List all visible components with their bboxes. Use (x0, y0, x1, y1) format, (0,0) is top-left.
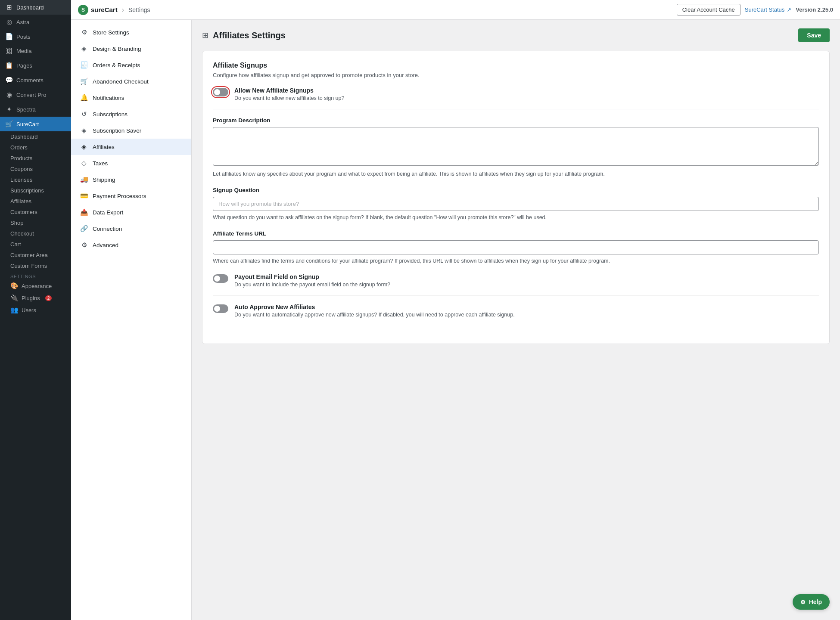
sidebar-item-spectra[interactable]: ✦ Spectra (0, 102, 71, 117)
allow-signups-toggle-row: Allow New Affiliate Signups Do you want … (213, 87, 819, 109)
external-link-icon: ↗ (787, 6, 791, 13)
posts-icon: 📄 (5, 33, 13, 40)
surecart-shop-link[interactable]: Shop (5, 217, 71, 228)
plugins-icon: 🔌 (10, 294, 18, 302)
surecart-dashboard-link[interactable]: Dashboard (5, 131, 71, 142)
media-icon: 🖼 (5, 47, 13, 55)
pages-icon: 📋 (5, 62, 13, 69)
save-button[interactable]: Save (798, 28, 830, 42)
sidebar-item-convert-pro[interactable]: ◉ Convert Pro (0, 87, 71, 102)
payout-email-toggle[interactable] (213, 274, 228, 283)
surecart-status-link[interactable]: SureCart Status ↗ (745, 6, 792, 13)
sidebar-item-media[interactable]: 🖼 Media (0, 44, 71, 58)
subscription-saver-icon: ◈ (80, 127, 88, 134)
signup-question-label: Signup Question (213, 187, 819, 193)
auto-approve-slider (213, 304, 228, 313)
settings-nav-subscriptions[interactable]: ↺ Subscriptions (71, 106, 191, 122)
settings-nav-connection[interactable]: 🔗 Connection (71, 220, 191, 237)
users-icon: 👥 (10, 306, 18, 314)
help-button[interactable]: ⊕ Help (793, 594, 830, 610)
appearance-icon: 🎨 (10, 282, 18, 290)
settings-nav-data-export[interactable]: 📤 Data Export (71, 204, 191, 220)
shipping-icon: 🚚 (80, 176, 88, 183)
settings-main-content: ⊞ Affiliates Settings Save Affiliate Sig… (192, 20, 840, 620)
signup-question-help: What question do you want to ask affilia… (213, 214, 819, 222)
program-description-help: Let affiliates know any specifics about … (213, 170, 819, 178)
settings-layout: ⚙ Store Settings ◈ Design & Branding 🧾 O… (71, 20, 840, 620)
settings-page-header: ⊞ Affiliates Settings Save (202, 28, 830, 42)
sidebar-item-users[interactable]: 👥 Users (5, 304, 71, 316)
allow-signups-info: Allow New Affiliate Signups Do you want … (234, 87, 344, 101)
payout-email-info: Payout Email Field on Signup Do you want… (234, 273, 390, 288)
affiliate-terms-label: Affiliate Terms URL (213, 230, 819, 237)
surecart-subscriptions-link[interactable]: Subscriptions (5, 185, 71, 196)
auto-approve-info: Auto Approve New Affiliates Do you want … (234, 304, 515, 318)
orders-receipts-icon: 🧾 (80, 61, 88, 69)
auto-approve-toggle[interactable] (213, 304, 228, 313)
sidebar-item-plugins[interactable]: 🔌 Plugins 2 (5, 292, 71, 304)
settings-nav-subscription-saver[interactable]: ◈ Subscription Saver (71, 122, 191, 139)
comments-icon: 💬 (5, 76, 13, 84)
page-header-icon: ⊞ (202, 31, 208, 40)
sidebar-item-surecart[interactable]: 🛒 SureCart (0, 117, 71, 131)
payment-processors-icon: 💳 (80, 192, 88, 200)
connection-icon: 🔗 (80, 225, 88, 232)
settings-sidebar: ⚙ Store Settings ◈ Design & Branding 🧾 O… (71, 20, 192, 620)
settings-nav-advanced[interactable]: ⚙ Advanced (71, 237, 191, 253)
surecart-affiliates-link[interactable]: Affiliates (5, 196, 71, 207)
convert-pro-icon: ◉ (5, 91, 13, 99)
program-description-textarea[interactable] (213, 127, 819, 166)
settings-nav-orders[interactable]: 🧾 Orders & Receipts (71, 57, 191, 73)
affiliate-terms-input[interactable] (213, 240, 819, 254)
surecart-orders-link[interactable]: Orders (5, 142, 71, 153)
settings-nav-payment-processors[interactable]: 💳 Payment Processors (71, 188, 191, 204)
settings-nav-store[interactable]: ⚙ Store Settings (71, 24, 191, 40)
payout-email-label: Payout Email Field on Signup (234, 273, 390, 280)
data-export-icon: 📤 (80, 208, 88, 216)
settings-nav-shipping[interactable]: 🚚 Shipping (71, 171, 191, 188)
auto-approve-toggle-row: Auto Approve New Affiliates Do you want … (213, 304, 819, 326)
signup-question-field: Signup Question What question do you wan… (213, 187, 819, 222)
affiliate-terms-field: Affiliate Terms URL Where can affiliates… (213, 230, 819, 265)
auto-approve-desc: Do you want to automatically approve new… (234, 312, 515, 318)
settings-nav-taxes[interactable]: ◇ Taxes (71, 155, 191, 171)
settings-nav-notifications[interactable]: 🔔 Notifications (71, 90, 191, 106)
taxes-icon: ◇ (80, 159, 88, 167)
surecart-custom-forms-link[interactable]: Custom Forms (5, 260, 71, 271)
main-content: S sureCart › Settings Clear Account Cach… (71, 0, 840, 620)
breadcrumb-separator: › (122, 6, 124, 14)
surecart-logo: S sureCart (78, 5, 118, 15)
clear-cache-button[interactable]: Clear Account Cache (677, 4, 740, 16)
settings-nav-design[interactable]: ◈ Design & Branding (71, 40, 191, 57)
version-label: Version 2.25.0 (796, 6, 833, 13)
surecart-customers-link[interactable]: Customers (5, 207, 71, 217)
surecart-coupons-link[interactable]: Coupons (5, 164, 71, 174)
affiliates-icon: ◈ (80, 143, 88, 151)
sidebar-item-posts[interactable]: 📄 Posts (0, 29, 71, 44)
settings-nav-affiliates[interactable]: ◈ Affiliates (71, 139, 191, 155)
signup-question-input[interactable] (213, 197, 819, 211)
top-bar: S sureCart › Settings Clear Account Cach… (71, 0, 840, 20)
surecart-submenu: Dashboard Orders Products Coupons Licens… (0, 131, 71, 316)
sidebar-item-astra[interactable]: ◎ Astra (0, 15, 71, 29)
spectra-icon: ✦ (5, 105, 13, 113)
allow-signups-toggle[interactable] (213, 88, 228, 96)
dashboard-icon: ⊞ (5, 3, 13, 11)
allow-signups-label: Allow New Affiliate Signups (234, 87, 344, 94)
allow-signups-slider (213, 88, 228, 96)
sidebar-item-appearance[interactable]: 🎨 Appearance (5, 280, 71, 292)
surecart-cart-link[interactable]: Cart (5, 239, 71, 250)
settings-nav-abandoned-checkout[interactable]: 🛒 Abandoned Checkout (71, 73, 191, 90)
subscriptions-icon: ↺ (80, 110, 88, 118)
sidebar-item-pages[interactable]: 📋 Pages (0, 58, 71, 73)
affiliate-terms-help: Where can affiliates find the terms and … (213, 257, 819, 265)
surecart-products-link[interactable]: Products (5, 153, 71, 164)
page-title: Affiliates Settings (213, 31, 286, 40)
design-branding-icon: ◈ (80, 45, 88, 53)
sidebar-item-dashboard[interactable]: ⊞ Dashboard (0, 0, 71, 15)
surecart-checkout-link[interactable]: Checkout (5, 228, 71, 239)
settings-section-label: Settings (5, 271, 71, 280)
surecart-customer-area-link[interactable]: Customer Area (5, 250, 71, 260)
surecart-licenses-link[interactable]: Licenses (5, 174, 71, 185)
sidebar-item-comments[interactable]: 💬 Comments (0, 73, 71, 87)
